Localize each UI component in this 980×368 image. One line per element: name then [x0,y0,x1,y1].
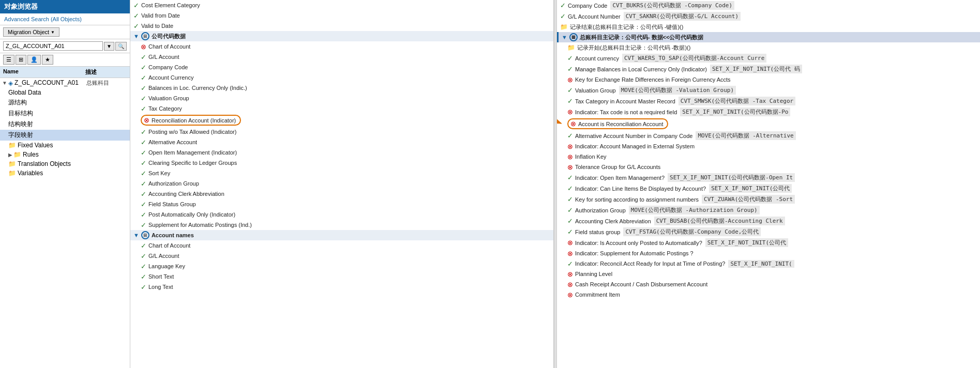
field-label: Alternative Account Number in Company Co… [575,133,692,139]
toolbar-btn-1[interactable]: ☰ [3,55,14,65]
tree-item-struct-map[interactable]: 结构映射 [0,119,130,130]
field-label: G/L Account [148,253,179,259]
field-value: MOVE(公司代码数据 -Alternative [696,131,795,140]
rfield-auth-group[interactable]: ✓ Authorization Group MOVE(公司代码数据 -Autho… [557,205,980,216]
tree-label-root: Z_GL_ACCOUNT_A01 [14,79,86,87]
rfield-record-start[interactable]: 📁 记录开始(总账科目主记录：公司代码 -数据)() [557,42,980,53]
field-valid-from[interactable]: ✓ Valid from Date [130,10,553,21]
field-label: Indicator: Open Item Management? [575,175,665,181]
field-account-currency[interactable]: ✓ Account Currency [130,72,553,83]
field-sort-key[interactable]: ✓ Sort Key [130,168,553,178]
rfield-exchange-rate[interactable]: ⊗ Key for Exchange Rate Differences in F… [557,74,980,85]
rfield-external-system[interactable]: ⊗ Indicator: Account Managed in External… [557,141,980,151]
tree-item-rules[interactable]: ▶ 📁 Rules [0,150,130,159]
tree-item-translation[interactable]: 📁 Translation Objects [0,159,130,168]
rfield-planning[interactable]: ⊗ Planning Level [557,269,980,279]
field-names-chart[interactable]: ✓ Chart of Account [130,240,553,251]
rfield-supplement-ind[interactable]: ⊗ Indicator: Supplement for Automatic Po… [557,248,980,258]
tree-item-field-map[interactable]: 字段映射 [0,130,130,141]
check-icon: ✓ [567,86,573,94]
cross-icon: ⊗ [141,43,146,51]
field-balances-loc[interactable]: ✓ Balances in Loc. Currency Only (Indic.… [130,83,553,93]
advanced-search[interactable]: Advanced Search (All Objects) [0,13,130,25]
rfield-reconcil-ready[interactable]: ✓ Indicator: Reconcil.Acct Ready for Inp… [557,258,980,269]
rfield-tax-required[interactable]: ⊗ Indicator: Tax code is not a required … [557,106,980,117]
rfield-sort-assign[interactable]: ✓ Key for sorting according to assignmen… [557,194,980,205]
search-go-btn[interactable]: 🔍 [115,42,127,51]
tree-item-global[interactable]: Global Data [0,88,130,97]
field-names-gl[interactable]: ✓ G/L Account [130,251,553,261]
advanced-search-link[interactable]: Advanced Search (All Objects) [4,16,82,22]
tree-label-rules: Rules [23,151,128,158]
rfield-line-items[interactable]: ✓ Indicator: Can Line Items Be Displayed… [557,183,980,194]
rfield-post-auto[interactable]: ⊗ Indicator: Is Account only Posted to A… [557,237,980,248]
field-value: MOVE(公司代码数据 -Valuation Group) [619,86,736,95]
section-company-code-data[interactable]: ▼ ⊞ 公司代码数据 [130,31,553,41]
field-auth-group[interactable]: ✓ Authorization Group [130,178,553,189]
search-dropdown-btn[interactable]: ▼ [104,42,114,51]
toolbar-btn-4[interactable]: ★ [42,55,53,65]
field-reconciliation-indicator[interactable]: ⊗ Reconciliation Account (Indicator) [130,114,553,127]
cross-icon: ⊗ [567,291,573,299]
toolbar-btn-3[interactable]: 👤 [27,55,41,65]
rfield-accounting-clerk[interactable]: ✓ Accounting Clerk Abbreviation CVT_BUSA… [557,216,980,226]
field-field-status[interactable]: ✓ Field Status Group [130,199,553,209]
field-label: Indicator: Can Line Items Be Displayed b… [575,186,706,192]
field-supplement[interactable]: ✓ Supplement for Automatic Postings (Ind… [130,220,553,230]
field-alternative-account[interactable]: ✓ Alternative Account [130,137,553,147]
field-chart-account[interactable]: ⊗ Chart of Account [130,41,553,52]
field-valuation-group[interactable]: ✓ Valuation Group [130,93,553,103]
field-label: Balances in Loc. Currency Only (Indic.) [148,85,247,91]
field-names-long[interactable]: ✓ Long Text [130,282,553,292]
tree-item-variables[interactable]: 📁 Variables [0,168,130,178]
field-names-lang[interactable]: ✓ Language Key [130,261,553,271]
rfield-tax-category[interactable]: ✓ Tax Category in Account Master Record … [557,96,980,106]
rfield-record-end[interactable]: 📁 记录结束(总账科目主记录：公司代码 -键值)() [557,22,980,32]
rfield-gl-number[interactable]: ✓ G/L Account Number CVT_SAKNR(公司代码数据-G/… [557,11,980,22]
field-label: Cash Receipt Account / Cash Disbursement… [575,281,707,287]
right-section-header[interactable]: ▼ ⊞ 总账科目主记录：公司代码- 数据<<公司代码数据 [557,32,980,42]
tree-item-target[interactable]: 目标结构 [0,108,130,119]
check-icon: ✓ [141,53,146,61]
field-accounting-clerk[interactable]: ✓ Accounting Clerk Abbreviation [130,189,553,199]
migration-object-button[interactable]: Migration Object [3,27,59,37]
field-cost-element[interactable]: ✓ Cost Element Category [130,0,553,10]
field-post-auto[interactable]: ✓ Post Automatically Only (Indicator) [130,209,553,220]
field-label: Indicator: Tax code is not a required fi… [575,109,677,115]
search-bar: ▼ 🔍 [0,39,130,53]
rfield-company-code[interactable]: ✓ Company Code CVT_BUKRS(公司代码数据 -Company… [557,0,980,11]
rfield-reconciliation[interactable]: ⊗ Account is Reconciliation Account [557,117,980,130]
rfield-account-currency[interactable]: ✓ Account currency CVT_WAERS_TO_SAP(公司代码… [557,53,980,64]
rfield-alt-account[interactable]: ✓ Alternative Account Number in Company … [557,130,980,141]
section-account-names[interactable]: ▼ ⊞ Account names [130,230,553,240]
rfield-field-status[interactable]: ✓ Field status group CVT_FSTAG(公司代码数据-Co… [557,226,980,237]
rfield-manage-balances[interactable]: ✓ Manage Balances in Local Currency Only… [557,64,980,74]
toolbar-btn-2[interactable]: ⊞ [16,55,26,65]
field-gl-account[interactable]: ✓ G/L Account [130,52,553,62]
tree-label-translation: Translation Objects [18,160,128,167]
tree-item-source[interactable]: 源结构 [0,97,130,108]
search-input[interactable] [3,41,103,51]
field-tax-category[interactable]: ✓ Tax Category [130,103,553,114]
left-sidebar: 对象浏览器 Advanced Search (All Objects) Migr… [0,0,130,368]
rfield-open-item[interactable]: ✓ Indicator: Open Item Management? SET_X… [557,172,980,183]
cross-icon: ⊗ [567,250,573,257]
field-valid-to[interactable]: ✓ Valid to Date [130,21,553,31]
field-clearing[interactable]: ✓ Clearing Specific to Ledger Groups [130,158,553,168]
check-icon: ✓ [567,97,573,105]
field-posting-tax[interactable]: ✓ Posting w/o Tax Allowed (Indicator) [130,127,553,137]
rfield-cash-receipt[interactable]: ⊗ Cash Receipt Account / Cash Disburseme… [557,279,980,289]
tree-item-root[interactable]: ▼ ◈ Z_GL_ACCOUNT_A01 总账科目 [0,78,130,88]
field-label: G/L Account Number [568,13,621,20]
field-label: Tax Category in Account Master Record [575,98,675,104]
rfield-valuation-group[interactable]: ✓ Valuation Group MOVE(公司代码数据 -Valuation… [557,85,980,96]
rfield-commitment[interactable]: ⊗ Commitment Item [557,289,980,300]
field-names-short[interactable]: ✓ Short Text [130,271,553,282]
rfield-inflation[interactable]: ⊗ Inflation Key [557,151,980,162]
tree-item-fixed-values[interactable]: 📁 Fixed Values [0,141,130,150]
rfield-tolerance[interactable]: ⊗ Tolerance Group for G/L Accounts [557,162,980,172]
field-open-item[interactable]: ✓ Open Item Management (Indicator) [130,147,553,158]
field-company-code[interactable]: ✓ Company Code [130,62,553,72]
section-icon-names: ⊞ [141,231,149,239]
left-field-panel: ✓ Cost Element Category ✓ Valid from Dat… [130,0,554,368]
